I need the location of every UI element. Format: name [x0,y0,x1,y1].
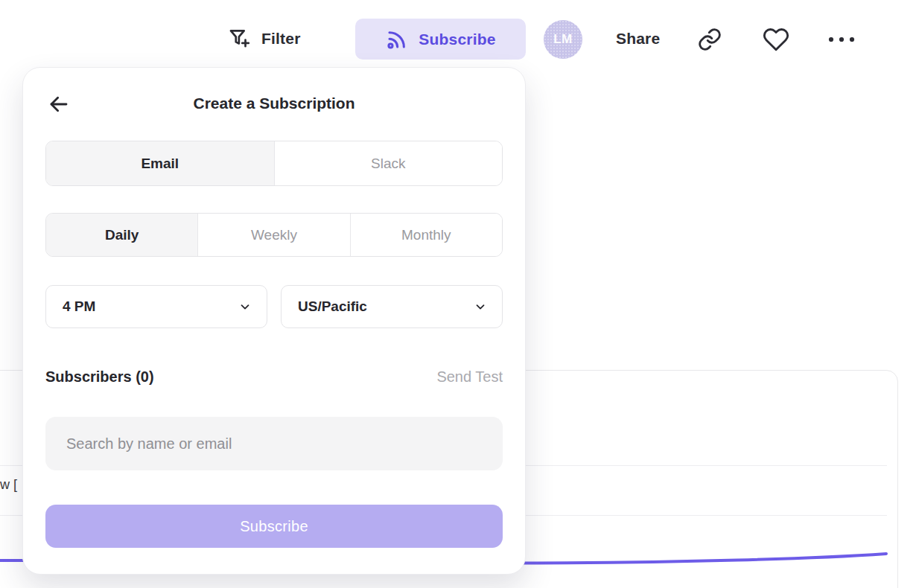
channel-segmented-control: Email Slack [45,141,503,186]
heart-icon [763,26,789,53]
tab-weekly-label: Weekly [251,227,297,243]
rss-icon [385,28,409,51]
subscribers-row: Subscribers (0) Send Test [45,368,503,386]
chevron-down-icon [474,300,487,313]
tab-monthly[interactable]: Monthly [350,214,502,256]
create-subscription-modal: Create a Subscription Email Slack Daily … [22,67,526,575]
tab-monthly-label: Monthly [401,227,451,243]
modal-header: Create a Subscription [45,95,503,114]
tab-daily-label: Daily [105,227,139,243]
subscribe-label: Subscribe [419,31,495,48]
time-select-value: 4 PM [63,298,95,315]
avatar[interactable]: LM [544,20,582,59]
tab-email-label: Email [141,156,179,172]
tab-weekly[interactable]: Weekly [197,214,349,256]
share-label: Share [616,30,660,48]
avatar-initials: LM [553,32,573,47]
send-test-button[interactable]: Send Test [436,368,503,386]
copy-link-button[interactable] [697,27,722,52]
filter-button[interactable]: Filter [227,22,301,56]
tab-daily[interactable]: Daily [46,214,197,256]
timezone-select-value: US/Pacific [298,298,367,315]
timezone-select[interactable]: US/Pacific [281,285,503,328]
filter-label: Filter [261,30,301,48]
time-select[interactable]: 4 PM [45,285,267,328]
occluded-chart-label: w [ [0,477,17,493]
subscribers-count-label: Subscribers (0) [45,368,154,386]
tab-slack[interactable]: Slack [274,141,503,185]
tab-slack-label: Slack [371,156,405,172]
ellipsis-icon [827,31,856,48]
schedule-row: 4 PM US/Pacific [45,285,503,328]
subscriber-search-input[interactable] [45,417,503,470]
subscribe-submit-button[interactable]: Subscribe [45,505,503,548]
more-options-button[interactable] [827,31,856,48]
modal-title: Create a Subscription [45,95,503,112]
share-button[interactable]: Share [616,22,660,56]
arrow-left-icon [47,92,71,116]
link-icon [697,27,722,52]
favorite-button[interactable] [763,26,789,53]
tab-email[interactable]: Email [46,141,274,185]
frequency-segmented-control: Daily Weekly Monthly [45,213,503,257]
chevron-down-icon [238,300,252,313]
back-button[interactable] [47,92,71,116]
toolbar: Filter Subscribe LM Share [0,0,919,67]
filter-plus-icon [227,26,252,51]
subscribe-button[interactable]: Subscribe [355,19,526,60]
